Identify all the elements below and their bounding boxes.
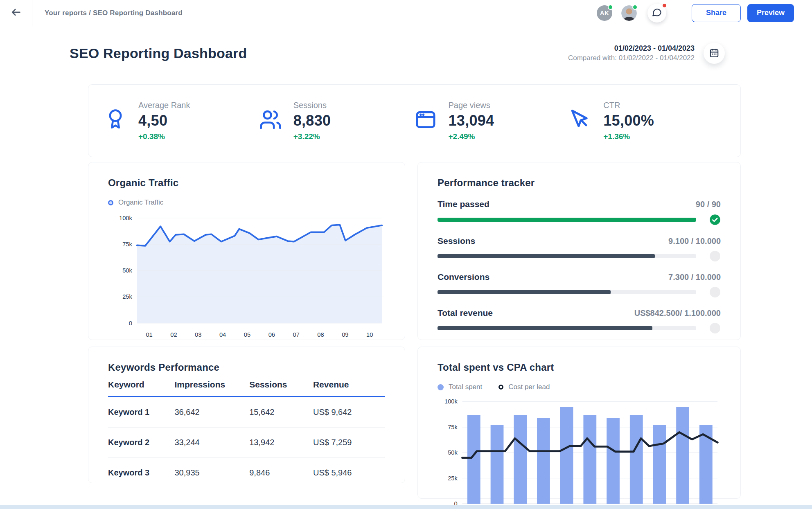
tracker-value: 9.100 / 10.000 <box>668 236 721 246</box>
kpi-value: 15,00% <box>603 112 654 129</box>
share-button[interactable]: Share <box>692 4 741 22</box>
svg-text:09: 09 <box>342 331 348 338</box>
calendar-icon <box>709 47 720 59</box>
preview-button[interactable]: Preview <box>747 4 794 22</box>
kpi-card: Average Rank4,50+0.38%Sessions8,830+3.22… <box>88 84 741 157</box>
tracker-row-total-revenue: Total revenueUS$842.500/ 1.100.000 <box>438 308 721 333</box>
progress-track <box>438 326 696 330</box>
tracker-value: 7.300 / 10.000 <box>668 273 721 282</box>
comments-button[interactable] <box>647 4 666 23</box>
tracker-row-conversions: Conversions7.300 / 10.000 <box>438 272 721 297</box>
tracker-label: Sessions <box>438 236 475 246</box>
kpi-value: 13,094 <box>449 112 494 129</box>
legend-total-spent[interactable]: Total spent <box>438 383 482 391</box>
svg-text:75k: 75k <box>448 424 458 430</box>
legend-ring-icon <box>108 200 113 205</box>
calendar-button[interactable] <box>704 43 725 64</box>
kpi-value: 4,50 <box>138 112 190 129</box>
table-cell: 9,846 <box>249 458 313 488</box>
svg-text:02: 02 <box>170 331 177 338</box>
progress-fill <box>438 326 652 330</box>
legend-cost-per-lead[interactable]: Cost per lead <box>498 383 550 391</box>
kpi-delta: +0.38% <box>138 132 190 141</box>
avatar-photo[interactable] <box>621 5 637 21</box>
performance-tracker-title: Performance tracker <box>438 177 721 189</box>
svg-text:06: 06 <box>268 331 275 338</box>
table-cell: 33,244 <box>174 428 249 458</box>
svg-text:50k: 50k <box>448 449 458 456</box>
svg-text:25k: 25k <box>122 293 132 300</box>
topbar: Your reports / SEO Reporting Dashboard A… <box>0 0 812 26</box>
legend-organic-traffic[interactable]: Organic Traffic <box>108 198 163 207</box>
tracker-row-sessions: Sessions9.100 / 10.000 <box>438 236 721 261</box>
report-canvas: SEO Reporting Dashboard 01/02/2023 - 01/… <box>0 26 812 499</box>
table-cell: 36,642 <box>174 397 249 428</box>
tracker-label: Time passed <box>438 199 489 209</box>
date-range-block: 01/02/2023 - 01/04/2023 Compared with: 0… <box>568 43 725 64</box>
total-spent-chart: 100k75k50k25k00105101520253001051015 <box>438 395 721 509</box>
topbar-divider <box>32 0 32 26</box>
table-row: Keyword 233,24413,942US$ 7,259 <box>108 428 385 458</box>
table-cell: US$ 9,642 <box>313 397 385 428</box>
keywords-card: Keywords Performance KeywordImpressionsS… <box>88 347 405 483</box>
kpi-average-rank: Average Rank4,50+0.38% <box>104 101 259 141</box>
tracker-rows: Time passed90 / 90Sessions9.100 / 10.000… <box>438 199 721 333</box>
legend-dot-icon <box>438 384 444 390</box>
progress-fill <box>438 254 655 258</box>
tracker-label: Conversions <box>438 272 489 282</box>
kpi-delta: +1.36% <box>603 132 654 141</box>
back-button[interactable] <box>0 0 32 26</box>
tracker-value: 90 / 90 <box>696 200 721 209</box>
notification-dot <box>662 3 667 8</box>
svg-text:03: 03 <box>195 331 201 338</box>
svg-text:75k: 75k <box>122 241 132 248</box>
online-status-dot <box>632 5 638 10</box>
pending-circle-icon <box>710 323 720 333</box>
svg-text:25k: 25k <box>448 475 458 482</box>
kpi-ctr: CTR15,00%+1.36% <box>569 101 724 141</box>
organic-traffic-card: Organic Traffic Organic Traffic 100k75k5… <box>88 162 405 340</box>
kpi-label: Page views <box>449 101 494 110</box>
legend-organic-traffic-label: Organic Traffic <box>118 198 163 207</box>
total-spent-card: Total spent vs CPA chart Total spent Cos… <box>417 347 741 499</box>
progress-track <box>438 218 696 222</box>
cursor-icon <box>569 108 592 133</box>
page-title: SEO Reporting Dashboard <box>70 45 247 61</box>
kpi-value: 8,830 <box>293 112 331 129</box>
date-range: 01/02/2023 - 01/04/2023 <box>568 43 695 53</box>
column-header-sessions: Sessions <box>249 380 313 397</box>
column-header-revenue: Revenue <box>313 380 385 397</box>
kpi-sessions: Sessions8,830+3.22% <box>259 101 414 141</box>
table-row: Keyword 330,9359,846US$ 5,946 <box>108 458 385 488</box>
browser-icon <box>414 108 437 133</box>
svg-text:08: 08 <box>317 331 324 338</box>
svg-text:100k: 100k <box>444 398 458 405</box>
check-circle-icon <box>709 214 721 225</box>
back-arrow-icon <box>10 7 22 19</box>
svg-text:07: 07 <box>293 331 299 338</box>
svg-text:01: 01 <box>146 331 152 338</box>
svg-text:05: 05 <box>244 331 250 338</box>
progress-track <box>438 254 696 258</box>
svg-text:50k: 50k <box>122 267 132 274</box>
tracker-row-time-passed: Time passed90 / 90 <box>438 199 721 225</box>
table-cell: Keyword 1 <box>108 397 174 428</box>
avatar-ak[interactable]: AK <box>597 5 612 21</box>
pending-circle-icon <box>710 251 720 261</box>
total-spent-title: Total spent vs CPA chart <box>438 362 721 373</box>
pending-circle-icon <box>710 287 720 297</box>
table-cell: 30,935 <box>174 458 249 488</box>
organic-traffic-chart: 100k75k50k25k001020304050607080910 <box>108 211 385 343</box>
kpi-page-views: Page views13,094+2.49% <box>414 101 569 141</box>
topbar-actions: AK Share Preview <box>588 4 812 23</box>
table-row: Keyword 136,64215,642US$ 9,642 <box>108 397 385 428</box>
column-header-impressions: Impressions <box>174 380 249 397</box>
kpi-delta: +3.22% <box>293 132 331 141</box>
table-cell: 13,942 <box>249 428 313 458</box>
users-icon <box>259 108 282 133</box>
medal-icon <box>104 108 127 133</box>
keywords-table-header: KeywordImpressionsSessionsRevenue <box>108 380 385 397</box>
dashboard-grid: Organic Traffic Organic Traffic 100k75k5… <box>88 162 741 499</box>
table-cell: 15,642 <box>249 397 313 428</box>
keywords-table: KeywordImpressionsSessionsRevenue Keywor… <box>108 380 385 488</box>
